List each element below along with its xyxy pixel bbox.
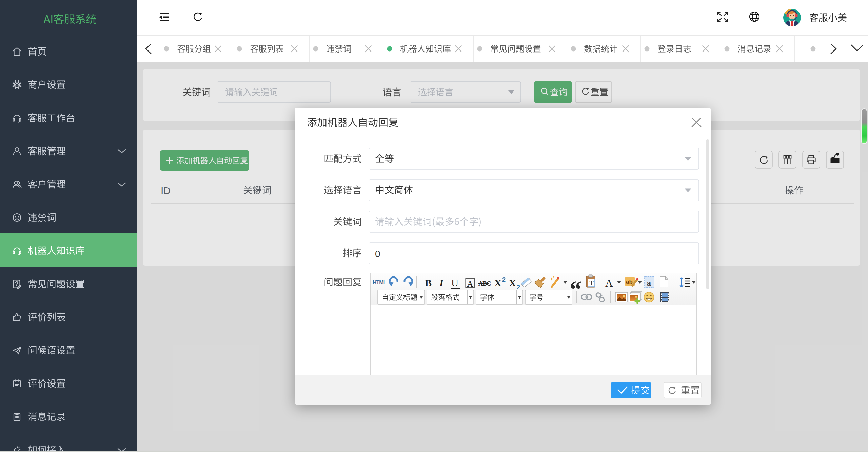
svg-text:I: I [439,277,444,288]
svg-text:B: B [425,277,432,288]
svg-text:A: A [467,279,473,289]
svg-text:HTML: HTML [373,280,387,285]
svg-text:2: 2 [502,276,506,283]
svg-text:X: X [509,278,516,288]
svg-text:a: a [647,278,651,288]
svg-text:U: U [451,278,458,288]
svg-text:T: T [590,279,594,287]
svg-text:X: X [494,278,501,288]
svg-text:0: 0 [375,249,380,259]
svg-text:A: A [605,277,613,289]
svg-text:2: 2 [517,284,520,291]
svg-text:ab: ab [626,279,633,285]
